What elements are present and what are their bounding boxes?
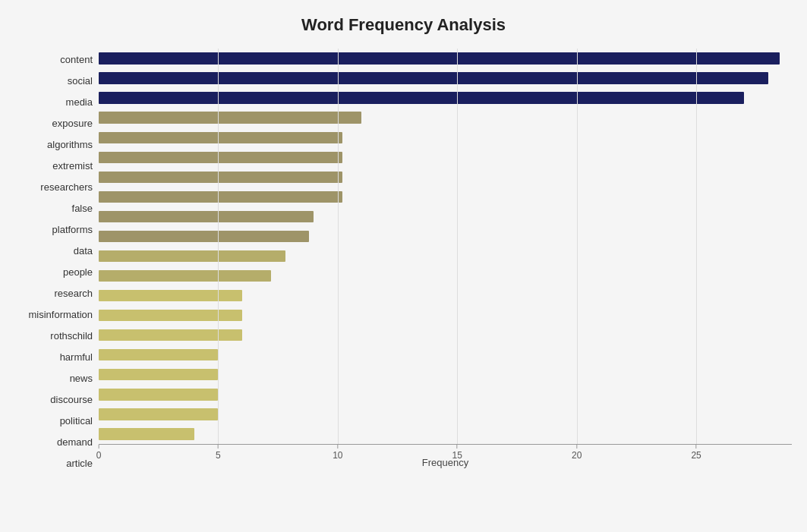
y-label-article: article — [66, 458, 93, 468]
bar-row-people — [99, 246, 792, 266]
y-label-data: data — [74, 246, 93, 256]
bar-row-false — [99, 187, 792, 206]
bar-row-discourse — [99, 365, 792, 385]
bar-extremist — [99, 152, 342, 163]
y-label-people: people — [63, 267, 93, 277]
y-label-algorithms: algorithms — [47, 140, 93, 150]
bar-researchers — [99, 172, 342, 183]
y-label-rothschild: rothschild — [50, 331, 93, 341]
x-tick-15: 15 — [452, 445, 462, 461]
x-tick-label-15: 15 — [452, 450, 462, 461]
bar-misinformation — [99, 290, 242, 301]
grid-line-10 — [338, 49, 339, 444]
y-label-research: research — [54, 288, 93, 298]
chart-area: contentsocialmediaexposurealgorithmsextr… — [15, 49, 792, 474]
bar-row-data — [99, 226, 792, 246]
bar-row-extremist — [99, 147, 792, 167]
bar-row-demand — [99, 405, 792, 424]
x-tick-line-0 — [99, 445, 99, 449]
y-label-political: political — [60, 416, 93, 426]
bar-row-algorithms — [99, 127, 792, 147]
x-tick-20: 20 — [572, 445, 582, 461]
bar-row-exposure — [99, 108, 792, 127]
bar-content — [99, 52, 780, 64]
bar-article — [99, 428, 194, 439]
bar-false — [99, 191, 342, 203]
bar-row-misinformation — [99, 286, 792, 306]
y-label-extremist: extremist — [52, 161, 93, 171]
y-label-media: media — [66, 97, 93, 107]
bar-row-platforms — [99, 206, 792, 226]
x-axis: 0510152025 Frequency — [99, 444, 792, 474]
x-tick-line-10 — [337, 445, 338, 449]
bar-row-content — [99, 49, 792, 68]
bar-social — [99, 72, 768, 83]
bar-row-social — [99, 68, 792, 88]
bar-rothschild — [99, 310, 242, 321]
y-label-harmful: harmful — [60, 352, 93, 362]
bar-research — [99, 270, 271, 282]
bar-news — [99, 349, 218, 360]
x-tick-10: 10 — [333, 445, 342, 461]
x-tick-5: 5 — [216, 445, 221, 461]
y-label-content: content — [60, 55, 93, 65]
x-tick-25: 25 — [691, 445, 701, 461]
bar-row-political — [99, 385, 792, 405]
x-tick-label-10: 10 — [333, 450, 342, 461]
y-label-demand: demand — [57, 437, 93, 447]
bar-people — [99, 250, 285, 262]
bar-exposure — [99, 112, 361, 123]
y-label-false: false — [72, 203, 93, 213]
x-tick-0: 0 — [96, 445, 102, 461]
bar-data — [99, 231, 309, 242]
bar-row-researchers — [99, 167, 792, 187]
x-tick-label-20: 20 — [572, 450, 582, 461]
bars-and-x: 0510152025 Frequency — [99, 49, 792, 474]
y-label-misinformation: misinformation — [28, 310, 93, 320]
bar-row-harmful — [99, 326, 792, 345]
y-label-social: social — [68, 76, 93, 86]
grid-line-20 — [577, 49, 578, 444]
x-tick-line-20 — [576, 445, 577, 449]
y-label-news: news — [70, 373, 93, 383]
x-tick-label-0: 0 — [96, 450, 102, 461]
bar-algorithms — [99, 132, 342, 143]
grid-line-25 — [696, 49, 697, 444]
chart-container: Word Frequency Analysis contentsocialmed… — [0, 0, 807, 532]
bar-media — [99, 92, 744, 103]
x-tick-line-25 — [696, 445, 697, 449]
bar-row-media — [99, 88, 792, 108]
x-tick-label-5: 5 — [216, 450, 221, 461]
y-axis: contentsocialmediaexposurealgorithmsextr… — [15, 49, 99, 474]
y-label-discourse: discourse — [50, 395, 93, 405]
bars-area — [99, 49, 792, 444]
x-axis-label: Frequency — [99, 457, 792, 468]
chart-title: Word Frequency Analysis — [15, 15, 792, 35]
grid-line-15 — [457, 49, 458, 444]
bar-row-news — [99, 345, 792, 365]
bar-row-article — [99, 424, 792, 444]
x-tick-label-25: 25 — [691, 450, 701, 461]
y-label-exposure: exposure — [52, 118, 93, 128]
bar-row-rothschild — [99, 306, 792, 326]
x-tick-line-5 — [218, 445, 219, 449]
y-label-researchers: researchers — [40, 182, 93, 192]
bar-row-research — [99, 266, 792, 286]
bar-discourse — [99, 369, 218, 380]
bar-political — [99, 389, 218, 400]
bar-demand — [99, 408, 218, 420]
y-label-platforms: platforms — [52, 225, 93, 235]
x-tick-line-15 — [457, 445, 458, 449]
bar-harmful — [99, 329, 242, 341]
grid-line-5 — [218, 49, 219, 444]
bar-platforms — [99, 211, 314, 222]
